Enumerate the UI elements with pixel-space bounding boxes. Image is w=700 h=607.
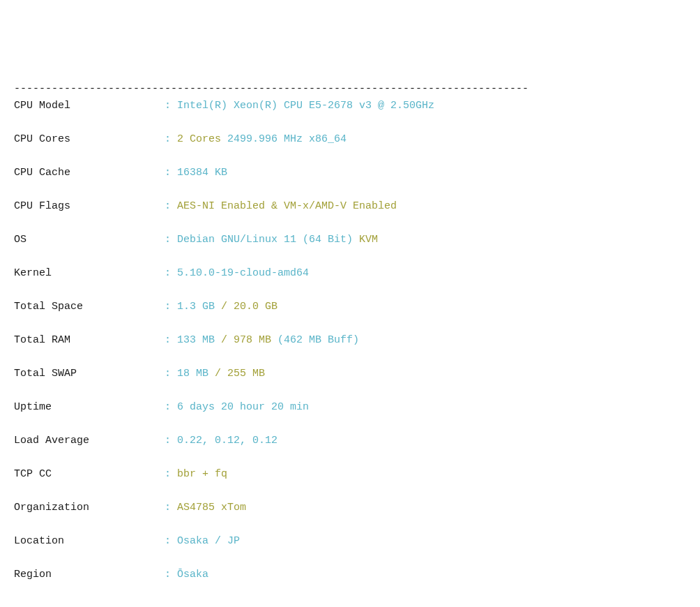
label: Location [14,533,165,550]
label: Organization [14,500,165,516]
colon: : [165,232,177,248]
row-total-space: Total Space: 1.3 GB / 20.0 GB [14,299,686,315]
divider: ----------------------------------------… [14,83,528,95]
label: Total Space [14,299,165,315]
value: Intel(R) Xeon(R) CPU E5-2678 v3 @ 2.50GH… [177,100,434,112]
value: 0.22, 0.12, 0.12 [177,435,277,447]
row-kernel: Kernel: 5.10.0-19-cloud-amd64 [14,265,686,282]
value: bbr + fq [177,468,227,480]
colon: : [165,399,177,416]
label: OS [14,232,165,248]
colon: : [165,299,177,315]
colon: : [165,165,177,181]
label: Region [14,567,165,583]
label: Total RAM [14,332,165,349]
colon: : [165,433,177,449]
colon: : [165,131,177,148]
value: 133 MB / 978 MB (462 MB Buff) [177,334,359,346]
value: 1.3 GB / 20.0 GB [177,301,277,313]
row-cpu-cache: CPU Cache: 16384 KB [14,165,686,181]
row-cpu-cores: CPU Cores: 2 Cores 2499.996 MHz x86_64 [14,131,686,148]
colon: : [165,98,177,114]
label: CPU Cores [14,131,165,148]
label: CPU Model [14,98,165,114]
value: 16384 KB [177,167,227,179]
value: AS4785 xTom [177,502,246,514]
label: Load Average [14,433,165,449]
value: 5.10.0-19-cloud-amd64 [177,267,309,279]
colon: : [165,567,177,583]
value: 18 MB / 255 MB [177,368,265,380]
label: Uptime [14,399,165,416]
row-cpu-flags: CPU Flags: AES-NI Enabled & VM-x/AMD-V E… [14,198,686,215]
row-load-avg: Load Average: 0.22, 0.12, 0.12 [14,433,686,449]
label: Kernel [14,265,165,282]
divider: ----------------------------------------… [14,602,528,607]
row-os: OS: Debian GNU/Linux 11 (64 Bit) KVM [14,232,686,248]
label: CPU Flags [14,198,165,215]
value: Ōsaka [177,569,208,580]
row-total-ram: Total RAM: 133 MB / 978 MB (462 MB Buff) [14,332,686,349]
label: Total SWAP [14,366,165,382]
colon: : [165,366,177,382]
value: Debian GNU/Linux 11 (64 Bit) KVM [177,234,378,246]
value: AES-NI Enabled & VM-x/AMD-V Enabled [177,200,397,212]
value: 6 days 20 hour 20 min [177,401,309,413]
colon: : [165,265,177,282]
colon: : [165,533,177,550]
label: TCP CC [14,466,165,483]
row-total-swap: Total SWAP: 18 MB / 255 MB [14,366,686,382]
terminal-output: ----------------------------------------… [14,64,686,607]
label: CPU Cache [14,165,165,181]
value: Osaka / JP [177,535,240,547]
row-tcp-cc: TCP CC: bbr + fq [14,466,686,483]
colon: : [165,332,177,349]
row-location: Location: Osaka / JP [14,533,686,550]
row-cpu-model: CPU Model: Intel(R) Xeon(R) CPU E5-2678 … [14,98,686,114]
colon: : [165,500,177,516]
row-uptime: Uptime: 6 days 20 hour 20 min [14,399,686,416]
colon: : [165,466,177,483]
colon: : [165,198,177,215]
row-region: Region: Ōsaka [14,567,686,583]
value: 2 Cores 2499.996 MHz x86_64 [177,133,347,145]
row-organization: Organization: AS4785 xTom [14,500,686,516]
